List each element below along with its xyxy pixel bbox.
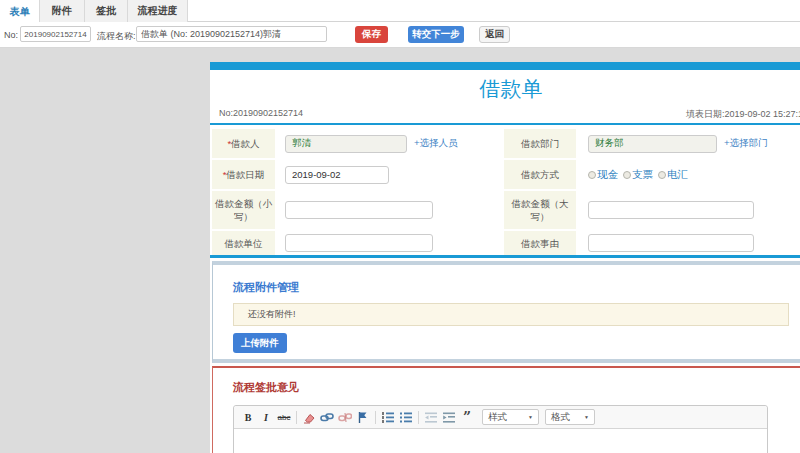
borrow-reason-input[interactable] [588, 234, 754, 252]
ordered-list-icon[interactable] [380, 410, 396, 425]
borrow-date-input[interactable] [285, 166, 389, 184]
borrow-dept-label: 借款部门 [504, 129, 576, 158]
borrow-unit-label: 借款单位 [212, 231, 275, 255]
amount-upper-input[interactable] [588, 201, 754, 219]
tab-bar: 表单 附件 签批 流程进度 [0, 0, 800, 22]
divider [210, 255, 800, 258]
tab-approval[interactable]: 签批 [85, 0, 128, 22]
blockquote-icon[interactable]: ” [459, 410, 475, 425]
borrow-dept-input[interactable] [588, 135, 717, 153]
link-icon[interactable] [319, 410, 335, 425]
toolbar-separator [296, 411, 297, 424]
indent-icon[interactable] [441, 410, 457, 425]
cheque-radio-label: 支票 [632, 168, 653, 182]
cash-radio[interactable] [588, 171, 596, 179]
amount-lower-label: 借款金额（小写） [212, 191, 275, 229]
wire-radio[interactable] [658, 171, 666, 179]
borrow-date-label: *借款日期 [212, 160, 275, 189]
cheque-radio[interactable] [623, 171, 631, 179]
form-grid: *借款人 +选择人员 借款部门 +选择部门 *借款日期 借款方式 现金支票电汇 … [210, 125, 800, 255]
unlink-icon[interactable] [337, 410, 353, 425]
approval-section-title: 流程签批意见 [233, 380, 789, 395]
editor-content[interactable] [234, 429, 767, 453]
amount-lower-input[interactable] [285, 201, 433, 219]
tab-progress[interactable]: 流程进度 [128, 0, 188, 22]
no-input[interactable] [20, 26, 91, 42]
save-button[interactable]: 保存 [355, 26, 388, 43]
toolbar-separator [418, 411, 419, 424]
panel-top-bar [210, 62, 800, 70]
form-panel: 借款单 No:20190902152714 填表日期:2019-09-02 15… [210, 62, 800, 453]
borrow-unit-input[interactable] [285, 234, 433, 252]
amount-upper-label: 借款金额（大写） [504, 191, 576, 229]
format-dropdown[interactable]: 格式▼ [545, 409, 595, 425]
approval-section: 流程签批意见 B I abc [212, 366, 800, 453]
upload-attachment-button[interactable]: 上传附件 [233, 333, 287, 353]
doc-date: 填表日期:2019-09-02 15:27:1 [686, 108, 800, 120]
bold-icon[interactable]: B [240, 410, 256, 425]
strikethrough-icon[interactable]: abc [276, 410, 292, 425]
wire-radio-label: 电汇 [667, 168, 688, 182]
tab-attachment[interactable]: 附件 [40, 0, 85, 22]
doc-no: No:20190902152714 [219, 108, 303, 120]
flow-name-label: 流程名称: [97, 30, 136, 43]
borrower-label: *借款人 [212, 129, 275, 158]
cash-radio-label: 现金 [597, 168, 618, 182]
attachment-section-title: 流程附件管理 [233, 280, 789, 295]
forward-next-button[interactable]: 转交下一步 [408, 26, 464, 43]
attachment-section: 流程附件管理 还没有附件! 上传附件 [212, 261, 800, 363]
editor-toolbar: B I abc [234, 406, 767, 429]
outdent-icon[interactable] [423, 410, 439, 425]
italic-icon[interactable]: I [258, 410, 274, 425]
select-person-link[interactable]: +选择人员 [414, 137, 458, 150]
borrow-reason-label: 借款事由 [504, 231, 576, 255]
no-label: No: [4, 30, 18, 40]
rich-text-editor: B I abc [233, 405, 768, 453]
anchor-flag-icon[interactable] [355, 410, 371, 425]
remove-format-icon[interactable] [301, 410, 317, 425]
page-title: 借款单 [210, 75, 800, 99]
flow-name-input[interactable] [136, 26, 327, 42]
borrower-input[interactable] [285, 135, 407, 153]
toolbar: No: 流程名称: 保存 转交下一步 返回 [0, 22, 800, 48]
unordered-list-icon[interactable] [398, 410, 414, 425]
borrow-method-label: 借款方式 [504, 160, 576, 189]
no-attachment-message: 还没有附件! [233, 303, 789, 326]
back-button[interactable]: 返回 [479, 26, 510, 43]
toolbar-separator [375, 411, 376, 424]
style-dropdown[interactable]: 样式▼ [482, 409, 539, 425]
tab-form[interactable]: 表单 [0, 0, 40, 23]
select-dept-link[interactable]: +选择部门 [724, 137, 768, 150]
